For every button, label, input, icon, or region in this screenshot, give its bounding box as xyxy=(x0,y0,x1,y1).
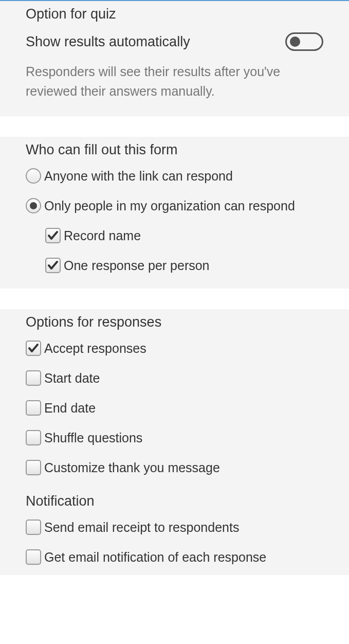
checkmark-icon xyxy=(47,259,59,272)
radio-anyone-label: Anyone with the link can respond xyxy=(44,169,233,184)
checkbox-box-icon xyxy=(26,341,41,356)
checkbox-box-icon xyxy=(26,549,41,565)
radio-organization-label: Only people in my organization can respo… xyxy=(44,199,295,213)
radio-circle-icon xyxy=(26,198,41,213)
checkbox-accept-responses-label: Accept responses xyxy=(44,341,146,356)
checkbox-start-date[interactable]: Start date xyxy=(26,370,323,386)
checkbox-accept-responses[interactable]: Accept responses xyxy=(26,341,323,356)
checkbox-box-icon xyxy=(45,228,61,243)
responses-section-title: Options for responses xyxy=(26,314,323,330)
checkmark-icon xyxy=(47,229,59,242)
notification-section-title: Notification xyxy=(26,493,323,509)
checkbox-box-icon xyxy=(26,460,41,475)
toggle-knob-icon xyxy=(290,37,300,47)
responses-section: Options for responses Accept responses S… xyxy=(0,309,349,575)
checkbox-end-date[interactable]: End date xyxy=(26,400,323,416)
radio-organization[interactable]: Only people in my organization can respo… xyxy=(26,198,323,213)
quiz-options-section: Option for quiz Show results automatical… xyxy=(0,0,349,116)
checkbox-customize-thank-you[interactable]: Customize thank you message xyxy=(26,460,323,475)
radio-circle-icon xyxy=(26,168,41,184)
checkbox-email-receipt-label: Send email receipt to respondents xyxy=(44,520,239,535)
checkbox-one-response-label: One response per person xyxy=(64,258,210,273)
checkbox-record-name[interactable]: Record name xyxy=(45,228,323,243)
show-results-toggle[interactable] xyxy=(285,32,323,51)
checkbox-shuffle-questions-label: Shuffle questions xyxy=(44,431,142,445)
checkbox-start-date-label: Start date xyxy=(44,371,100,386)
checkbox-box-icon xyxy=(45,258,61,273)
access-section: Who can fill out this form Anyone with t… xyxy=(0,137,349,289)
section-divider xyxy=(0,116,349,137)
show-results-description: Responders will see their results after … xyxy=(26,62,323,101)
access-section-title: Who can fill out this form xyxy=(26,142,323,158)
checkbox-box-icon xyxy=(26,430,41,445)
section-divider xyxy=(0,289,349,309)
radio-anyone[interactable]: Anyone with the link can respond xyxy=(26,168,323,184)
checkbox-shuffle-questions[interactable]: Shuffle questions xyxy=(26,430,323,445)
checkbox-box-icon xyxy=(26,400,41,416)
checkbox-end-date-label: End date xyxy=(44,401,96,416)
show-results-row: Show results automatically xyxy=(26,32,323,51)
checkbox-box-icon xyxy=(26,370,41,386)
checkbox-email-notification[interactable]: Get email notification of each response xyxy=(26,549,323,565)
checkbox-email-receipt[interactable]: Send email receipt to respondents xyxy=(26,520,323,535)
checkbox-record-name-label: Record name xyxy=(64,228,141,243)
show-results-label: Show results automatically xyxy=(26,34,190,50)
checkmark-icon xyxy=(27,342,40,354)
checkbox-one-response[interactable]: One response per person xyxy=(45,258,323,273)
quiz-section-title: Option for quiz xyxy=(26,6,323,22)
checkbox-customize-thank-you-label: Customize thank you message xyxy=(44,460,220,475)
checkbox-box-icon xyxy=(26,520,41,535)
checkbox-email-notification-label: Get email notification of each response xyxy=(44,550,266,565)
